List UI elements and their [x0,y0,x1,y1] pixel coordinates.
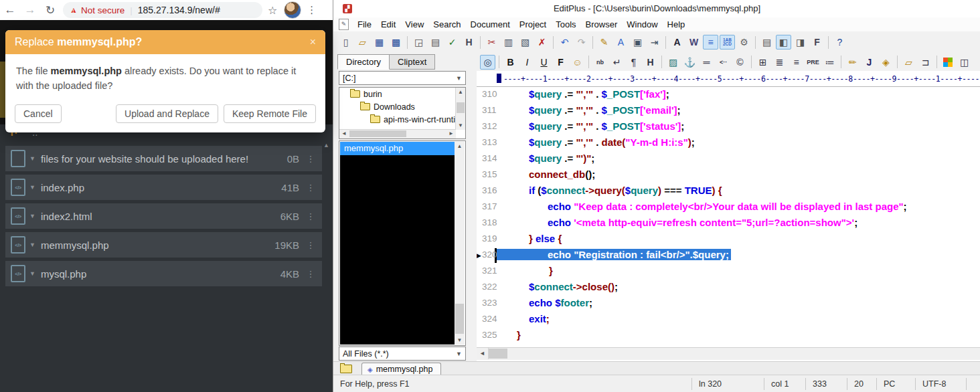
filelist-vertical-scrollbar[interactable]: ▲ ▼ [455,142,465,345]
underline-icon[interactable]: U [536,55,552,70]
bookmark-star-icon[interactable]: ☆ [268,4,277,17]
split-view-icon[interactable]: ◫ [957,55,972,70]
align-right-icon[interactable]: ≡ [789,55,804,70]
selected-file[interactable]: memmysql.php [340,142,455,155]
table-icon[interactable]: ⊞ [755,55,770,70]
java-icon[interactable]: J [862,55,877,70]
line-break-icon[interactable]: ↵ [609,55,625,70]
file-name[interactable]: mysql.php [41,268,86,280]
scroll-left-icon[interactable]: ◄ [339,130,349,138]
scroll-down-icon[interactable]: ▼ [456,121,465,130]
folder-icon[interactable] [340,365,352,373]
menu-edit[interactable]: Edit [376,19,400,29]
highlight-icon[interactable]: A [613,35,629,50]
redo-icon[interactable]: ↷ [574,35,589,50]
line-number-icon[interactable]: ≡ [703,35,718,50]
drive-select[interactable]: [C:] ▼ [339,71,466,85]
row-menu-icon[interactable]: ⋮ [299,154,322,164]
tree-vertical-scrollbar[interactable]: ▲ ▼ [455,88,465,130]
preferences-icon[interactable]: ⚙ [736,35,752,50]
indent-icon[interactable]: ⇥ [647,35,662,50]
menu-file[interactable]: File [353,19,376,29]
menu-tools[interactable]: Tools [551,19,580,29]
file-filter-select[interactable]: All Files (*.*) ▼ [339,347,466,361]
cut-icon[interactable]: ✂ [484,35,499,50]
context-help-icon[interactable]: ? [832,35,847,50]
chevron-down-icon[interactable]: ▼ [29,184,35,191]
copy-icon[interactable]: ▥ [501,35,516,50]
file-row[interactable]: </>▼index.php41B⋮ [5,175,322,200]
scroll-thumb[interactable] [349,130,406,137]
document-tab[interactable]: ◈ memmysql.php [361,363,441,375]
column-select-icon[interactable]: 1AB 2CD [720,35,735,50]
chevron-down-icon[interactable]: ▼ [29,155,35,162]
menu-view[interactable]: View [400,19,428,29]
paragraph-icon[interactable]: ¶ [626,55,641,70]
file-row[interactable]: </>▼memmysql.php19KB⋮ [5,232,322,258]
pre-icon[interactable]: PRE [805,55,821,70]
row-menu-icon[interactable]: ⋮ [299,183,322,193]
scroll-right-icon[interactable]: ► [446,130,456,138]
undo-icon[interactable]: ↶ [557,35,572,50]
syntax-color-icon[interactable]: ✎ [596,35,612,50]
print-icon[interactable]: ▤ [428,35,443,50]
code-editor[interactable]: 310$query .= "','" . $_POST['fax'];311$q… [477,87,980,348]
tab-directory[interactable]: Directory [337,54,390,70]
delete-icon[interactable]: ✗ [534,35,550,50]
html-doc-icon[interactable]: H [461,35,477,50]
font-icon[interactable]: A [669,35,685,50]
user-note-icon[interactable]: ✏ [845,55,860,70]
file-name[interactable]: index.php [41,182,84,193]
menu-document[interactable]: Document [466,19,515,29]
menu-search[interactable]: Search [428,19,465,29]
tree-item-api-ms-win-crt-runtim[interactable]: api-ms-win-crt-runtim [339,113,465,126]
forward-icon[interactable]: → [20,3,40,17]
profile-avatar[interactable] [284,1,301,19]
menu-browser[interactable]: Browser [581,19,623,29]
scroll-left-icon[interactable]: ◄ [477,348,489,359]
objects-icon[interactable]: ◈ [878,55,894,70]
row-menu-icon[interactable]: ⋮ [299,211,322,221]
list-icon[interactable]: ≔ [822,55,837,70]
tree-horizontal-scrollbar[interactable]: ◄ ► [339,129,456,138]
file-row[interactable]: </>▼mysql.php4KB⋮ [5,261,322,286]
scroll-thumb[interactable] [457,102,465,113]
image-icon[interactable]: ▨ [665,55,681,70]
document-list-icon[interactable]: ▤ [759,35,774,50]
editor-horizontal-scrollbar[interactable]: ◄ [477,347,980,360]
browser-menu-icon[interactable]: ⋮ [307,4,317,16]
open-file-icon[interactable]: ▱ [355,35,370,50]
function-list-icon[interactable]: F [809,35,825,50]
heading-icon[interactable]: H [643,55,658,70]
window-titlebar[interactable]: ▞ EditPlus - [C:\Users\burin\Downloads\m… [333,0,980,18]
scroll-down-icon[interactable]: ▼ [455,336,465,345]
browser-preview-icon[interactable]: ◎ [480,55,495,70]
anchor-icon[interactable]: ⚓ [682,55,698,70]
keep-remote-button[interactable]: Keep Remote File [224,104,316,123]
new-document-icon[interactable]: ▯ [338,35,353,50]
chevron-down-icon[interactable]: ▼ [29,241,35,248]
scroll-thumb[interactable] [489,349,507,359]
file-name[interactable]: memmysql.php [41,239,109,251]
scroll-up-icon[interactable]: ▲ [455,142,465,151]
row-menu-icon[interactable]: ⋮ [299,269,322,279]
word-wrap-icon[interactable]: W [686,35,702,50]
copyright-icon[interactable]: © [732,55,748,70]
row-menu-icon[interactable]: ⋮ [299,240,322,250]
chevron-down-icon[interactable]: ▼ [29,270,35,277]
hr-icon[interactable]: ═ [699,55,714,70]
user-toolbar-icon[interactable]: ◨ [793,35,808,50]
security-label[interactable]: Not secure [81,5,125,15]
window-cascade-icon[interactable]: ⊐ [918,55,933,70]
reload-icon[interactable]: ↻ [40,3,60,17]
cancel-button[interactable]: Cancel [15,104,62,123]
tree-item-downloads[interactable]: Downloads [339,100,465,113]
paste-icon[interactable]: ▧ [517,35,533,50]
menu-help[interactable]: Help [663,19,690,29]
tab-cliptext[interactable]: Cliptext [389,54,435,70]
print-preview-icon[interactable]: ◲ [411,35,426,50]
scroll-up-icon[interactable]: ▲ [456,88,465,96]
back-icon[interactable]: ← [0,3,20,17]
url-text[interactable]: 185.27.134.9/new/# [138,5,220,15]
file-name[interactable]: files for your website should be uploade… [41,153,248,165]
